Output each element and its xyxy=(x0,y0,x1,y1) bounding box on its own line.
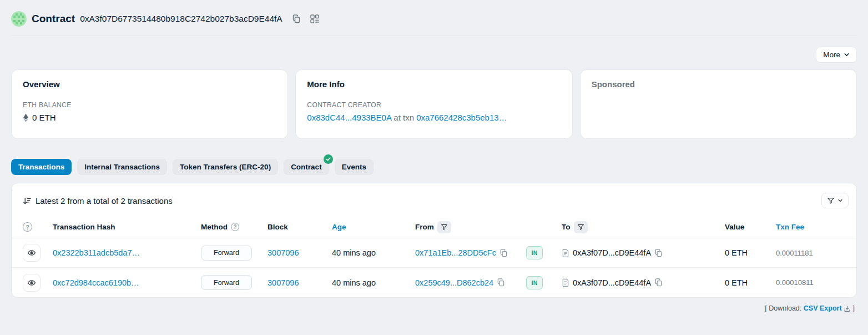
more-button-label: More xyxy=(823,51,840,59)
row-eye-cell xyxy=(23,274,48,292)
transactions-panel: Latest 2 from a total of 2 transactions … xyxy=(11,183,857,298)
eye-icon xyxy=(27,278,36,287)
transaction-row: 0xc72d984ccac6190b… Forward 3007096 40 m… xyxy=(12,268,856,297)
tab-internal-transactions[interactable]: Internal Transactions xyxy=(77,159,167,175)
from-cell: 0x71a1Eb...28DD5cFc xyxy=(415,248,526,257)
direction-cell: IN xyxy=(526,276,557,289)
block-link[interactable]: 3007096 xyxy=(268,278,299,287)
more-button[interactable]: More xyxy=(816,47,857,63)
copy-address-icon[interactable] xyxy=(292,14,301,23)
tab-contract[interactable]: Contract xyxy=(284,159,329,175)
age-cell: 40 mins ago xyxy=(319,248,415,257)
contract-creator-line: 0x83dC44...4933BE0A at txn 0xa7662428c3b… xyxy=(307,113,561,122)
copy-from-icon[interactable] xyxy=(497,278,505,287)
tab-token-transfers[interactable]: Token Transfers (ERC-20) xyxy=(173,159,278,175)
header-from-label: From xyxy=(415,223,434,231)
method-help-icon[interactable]: ? xyxy=(231,223,239,231)
tab-transactions[interactable]: Transactions xyxy=(11,159,72,175)
creator-address-link[interactable]: 0x83dC44...4933BE0A xyxy=(307,113,391,122)
direction-in-badge: IN xyxy=(526,246,543,259)
download-footer: [ Download: CSV Export ] xyxy=(13,304,855,312)
eth-balance-value-row: 0 ETH xyxy=(23,113,276,122)
method-cell: Forward xyxy=(195,246,263,261)
eth-balance-value: 0 ETH xyxy=(32,113,56,122)
sort-descending-icon xyxy=(23,197,31,205)
qr-code-icon[interactable] xyxy=(310,14,319,23)
header-age: Age xyxy=(319,223,415,231)
eye-preview-button[interactable] xyxy=(23,244,41,262)
to-cell: 0xA3f07D...cD9E44fA xyxy=(557,248,708,257)
contract-address: 0xA3f07D6773514480b918C2742b027b3acD9E44… xyxy=(80,14,282,24)
txn-hash-link[interactable]: 0x2322b311adcb5da7… xyxy=(53,248,140,257)
header-help: ? xyxy=(23,222,48,232)
csv-export-link[interactable]: CSV Export xyxy=(804,304,842,312)
help-circle-icon[interactable]: ? xyxy=(23,222,32,232)
info-cards: Overview ETH BALANCE 0 ETH More Info CON… xyxy=(11,69,857,139)
verified-check-badge xyxy=(324,154,333,164)
page-header: Contract 0xA3f07D6773514480b918C2742b027… xyxy=(11,0,857,36)
download-prefix: [ Download: xyxy=(765,304,801,312)
eye-preview-button[interactable] xyxy=(23,274,41,292)
header-txn-fee-link[interactable]: Txn Fee xyxy=(776,223,804,231)
more-info-title: More Info xyxy=(307,79,561,89)
contract-identicon-avatar xyxy=(11,11,27,27)
eth-balance-label: ETH BALANCE xyxy=(23,101,276,109)
txn-fee-cell: 0.00011181 xyxy=(764,249,845,257)
txn-hash-cell: 0x2322b311adcb5da7… xyxy=(48,248,195,257)
more-info-card: More Info CONTRACT CREATOR 0x83dC44...49… xyxy=(295,69,572,139)
to-cell: 0xA3f07D...cD9E44fA xyxy=(557,278,708,287)
copy-from-icon[interactable] xyxy=(499,249,508,257)
download-suffix: ] xyxy=(853,304,855,312)
table-filter-button[interactable] xyxy=(821,193,849,208)
ethereum-icon xyxy=(23,113,29,122)
method-badge: Forward xyxy=(201,275,252,290)
direction-cell: IN xyxy=(526,246,557,259)
table-header-row: ? Transaction Hash Method ? Block Age Fr… xyxy=(12,216,856,238)
contract-creator-label: CONTRACT CREATOR xyxy=(307,101,561,109)
tab-contract-label: Contract xyxy=(291,163,322,171)
creator-txn-link[interactable]: 0xa7662428c3b5eb13… xyxy=(416,113,507,122)
block-link[interactable]: 3007096 xyxy=(268,248,299,257)
contract-file-icon xyxy=(562,249,569,257)
overview-title: Overview xyxy=(23,79,276,89)
toolbar-row: More xyxy=(11,47,857,63)
sponsored-card: Sponsored xyxy=(580,69,857,139)
contract-file-icon xyxy=(562,278,569,287)
overview-card: Overview ETH BALANCE 0 ETH xyxy=(11,69,288,139)
block-cell: 3007096 xyxy=(263,248,319,257)
method-cell: Forward xyxy=(195,275,263,290)
direction-in-badge: IN xyxy=(526,276,543,289)
at-txn-text: at txn xyxy=(393,113,414,122)
chevron-down-icon xyxy=(844,52,850,58)
header-age-link[interactable]: Age xyxy=(332,223,346,231)
txn-fee-cell: 0.00010811 xyxy=(764,278,845,287)
header-method-label: Method xyxy=(201,223,228,231)
block-cell: 3007096 xyxy=(263,278,319,287)
chevron-down-icon xyxy=(837,198,843,203)
method-badge: Forward xyxy=(201,246,252,261)
txn-hash-cell: 0xc72d984ccac6190b… xyxy=(48,278,195,287)
header-transaction-hash: Transaction Hash xyxy=(48,223,195,231)
copy-to-icon[interactable] xyxy=(654,278,663,287)
header-to: To xyxy=(557,221,708,233)
from-filter-funnel-icon[interactable] xyxy=(437,221,451,233)
copy-to-icon[interactable] xyxy=(654,249,663,257)
header-txn-fee: Txn Fee xyxy=(764,223,845,231)
from-address-link[interactable]: 0x71a1Eb...28DD5cFc xyxy=(415,248,496,257)
value-cell: 0 ETH xyxy=(708,278,764,287)
txn-hash-link[interactable]: 0xc72d984ccac6190b… xyxy=(53,278,139,287)
header-value: Value xyxy=(708,223,764,231)
download-icon xyxy=(844,305,851,312)
from-address-link[interactable]: 0x259c49...D862cb24 xyxy=(415,278,493,287)
header-block: Block xyxy=(263,223,319,231)
to-address-text: 0xA3f07D...cD9E44fA xyxy=(573,248,651,257)
tab-events[interactable]: Events xyxy=(335,159,374,175)
sponsored-title: Sponsored xyxy=(592,79,845,89)
header-to-label: To xyxy=(562,223,571,231)
age-cell: 40 mins ago xyxy=(319,278,415,287)
transaction-row: 0x2322b311adcb5da7… Forward 3007096 40 m… xyxy=(12,238,856,268)
value-cell: 0 ETH xyxy=(708,248,764,257)
to-filter-funnel-icon[interactable] xyxy=(574,221,588,233)
funnel-icon xyxy=(827,197,835,204)
tab-bar: Transactions Internal Transactions Token… xyxy=(11,159,857,175)
